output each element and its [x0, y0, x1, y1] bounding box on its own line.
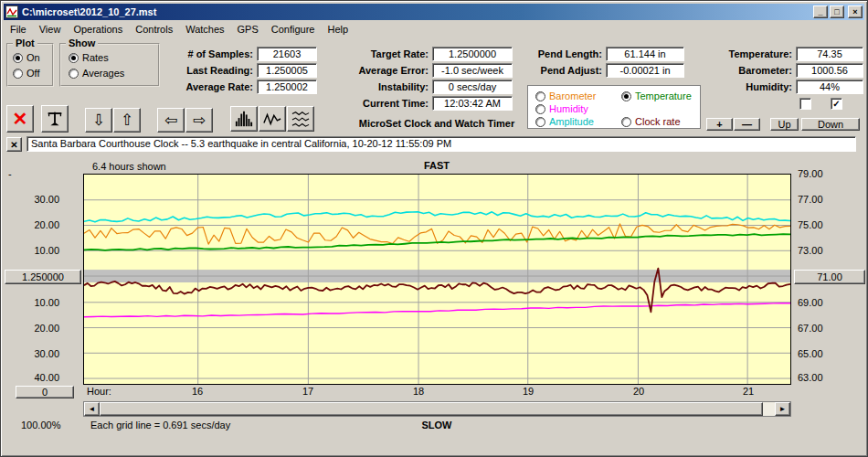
legend-barometer-label: Barometer [549, 90, 596, 101]
left-arrow-icon: ⇦ [164, 111, 177, 130]
hour-tick: 19 [519, 386, 537, 397]
menu-bar: File View Operations Controls Watches GP… [4, 20, 864, 37]
right-axis-label: 77.00 [798, 194, 823, 205]
grid-note-label: Each grid line = 0.691 secs/day [90, 420, 230, 430]
balance-button[interactable] [41, 105, 69, 133]
message-field[interactable]: Santa Barbara Courthouse Clock -- 5.3 ea… [26, 136, 856, 152]
menu-file[interactable]: File [4, 21, 33, 37]
target-rate-value: 1.2500000 [432, 47, 513, 61]
legend-clock-rate-label: Clock rate [635, 116, 681, 127]
scrollbar-right-arrow[interactable]: ► [775, 402, 790, 416]
hour-axis-label: Hour: [87, 386, 111, 397]
scroll-left-button[interactable]: ⇦ [157, 108, 185, 133]
humidity-label: Humidity: [714, 81, 792, 92]
last-reading-value: 1.250005 [257, 63, 317, 78]
hour-tick: 18 [409, 386, 428, 397]
menu-operations[interactable]: Operations [67, 21, 129, 37]
pan-down-button[interactable]: Down [801, 118, 860, 131]
shift-up-button[interactable]: ⇧ [113, 108, 141, 133]
hours-shown-label: 6.4 hours shown [92, 161, 166, 172]
zoom-percent-label: 100.00% [21, 420, 60, 430]
menu-view[interactable]: View [33, 21, 68, 37]
temperature-label: Temperature: [714, 48, 792, 59]
plot-off-radio[interactable]: Off [13, 68, 39, 79]
option-checkbox-unchecked[interactable] [799, 98, 811, 110]
red-x-icon: ✕ [13, 108, 28, 130]
zoom-in-button[interactable]: + [706, 118, 733, 131]
instability-value: 0 secs/day [432, 80, 513, 94]
zero-offset-button[interactable]: 0 [16, 386, 74, 399]
samples-value: 21603 [257, 47, 317, 61]
title-bar[interactable]: C:\microset\2012_10_27.mst _ □ × [4, 4, 864, 20]
shift-down-button[interactable]: ⇩ [85, 108, 112, 133]
y-axis-label: 20.00 [19, 323, 59, 334]
legend-clock-rate-radio[interactable]: Clock rate [621, 116, 681, 127]
raw-plot-button[interactable] [259, 106, 286, 132]
close-button[interactable]: × [848, 5, 863, 18]
hour-tick: 20 [630, 386, 648, 397]
show-rates-label: Rates [82, 52, 109, 63]
window-title: C:\microset\2012_10_27.mst [22, 6, 811, 17]
menu-help[interactable]: Help [322, 21, 355, 37]
radio-icon [535, 117, 545, 127]
pan-up-button[interactable]: Up [770, 118, 799, 131]
radio-icon [69, 69, 79, 79]
legend-barometer-radio[interactable]: Barometer [535, 90, 596, 101]
balance-scale-icon [45, 109, 65, 129]
clear-message-button[interactable]: ✕ [6, 137, 22, 152]
maximize-button[interactable]: □ [830, 5, 844, 18]
legend-temperature-radio[interactable]: Temperature [621, 90, 692, 101]
show-rates-radio[interactable]: Rates [69, 52, 109, 63]
slow-label: SLOW [391, 420, 482, 430]
plot-svg[interactable] [84, 175, 790, 384]
app-window: C:\microset\2012_10_27.mst _ □ × File Vi… [0, 0, 868, 457]
plot-groupbox: Plot On Off [6, 43, 54, 87]
app-icon [5, 5, 18, 18]
menu-gps[interactable]: GPS [231, 21, 265, 37]
right-axis-label: 67.00 [798, 323, 823, 334]
radio-icon [621, 117, 631, 127]
center-temperature-button[interactable]: 71.00 [794, 270, 865, 284]
radio-icon [69, 53, 79, 63]
scrollbar-thumb[interactable] [100, 402, 763, 416]
delete-button[interactable]: ✕ [6, 105, 34, 133]
radio-icon [621, 91, 631, 101]
minimize-button[interactable]: _ [813, 5, 828, 18]
legend-amplitude-label: Amplitude [549, 116, 594, 127]
right-axis-label: 73.00 [798, 245, 823, 256]
scroll-right-button[interactable]: ⇨ [185, 108, 213, 133]
hour-tick: 17 [299, 386, 317, 397]
right-axis-label: 79.00 [798, 168, 823, 179]
multi-plot-button[interactable] [287, 106, 314, 132]
current-time-label: Current Time: [348, 98, 429, 109]
target-rate-label: Target Rate: [348, 48, 429, 59]
right-arrow-icon: ⇨ [193, 111, 206, 130]
menu-watches[interactable]: Watches [179, 21, 230, 37]
zoom-out-button[interactable]: — [734, 118, 760, 131]
legend-humidity-radio[interactable]: Humidity [535, 103, 588, 114]
current-time-value: 12:03:42 AM [432, 96, 513, 111]
humidity-value: 44% [796, 80, 863, 94]
histogram-button[interactable] [230, 106, 258, 132]
plot-area[interactable] [83, 174, 791, 385]
plot-on-radio[interactable]: On [13, 52, 40, 63]
pend-adjust-value: -0.00021 in [606, 63, 684, 78]
menu-configure[interactable]: Configure [265, 21, 322, 37]
menu-controls[interactable]: Controls [129, 21, 179, 37]
radio-icon [13, 53, 23, 63]
y-axis-label: 30.00 [19, 348, 59, 359]
center-rate-button[interactable]: 1.250000 [5, 270, 81, 284]
show-averages-radio[interactable]: Averages [69, 68, 124, 79]
time-scrollbar[interactable]: ◄ ► [83, 401, 791, 417]
option-checkbox-checked[interactable]: ✓ [831, 98, 842, 110]
fast-label: FAST [391, 160, 482, 171]
zigzag-line-icon [262, 110, 282, 128]
right-axis-label: 75.00 [798, 219, 823, 230]
average-error-value: -1.0 sec/week [432, 63, 513, 78]
legend-amplitude-radio[interactable]: Amplitude [535, 116, 594, 127]
wave-lines-icon [291, 110, 311, 128]
scrollbar-left-arrow[interactable]: ◄ [84, 402, 100, 416]
right-axis-label: 69.00 [798, 297, 823, 308]
pend-adjust-label: Pend Adjust: [525, 65, 602, 76]
right-axis-label: 65.00 [798, 348, 823, 359]
